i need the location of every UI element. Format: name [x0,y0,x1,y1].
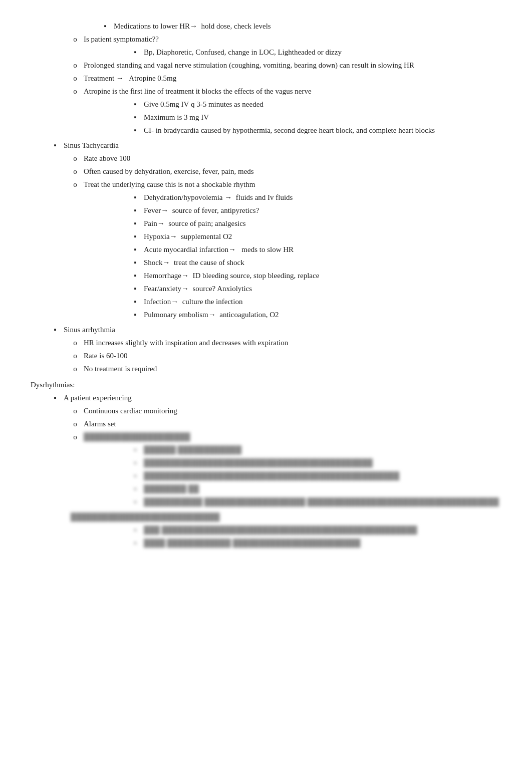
list-item: ▪ Sinus arrhythmia [31,324,501,336]
blurred-list-item: o ████████████████████ [31,431,501,443]
bullet-icon: ▪ [51,139,60,151]
blurred-sub-header: ████████████████████████████ [31,511,501,523]
list-item: o Is patient symptomatic?? [31,33,501,45]
list-item: ▪ Bp, Diaphoretic, Confused, change in L… [31,46,501,58]
bullet-icon: o [71,72,80,84]
blurred-list-item: ▪ ██████ ████████████ [31,444,501,456]
list-item: ▪ Fever→ source of fever, antipyretics? [31,204,501,216]
list-item: o Atropine is the first line of treatmen… [31,85,501,97]
list-item: ▪ Shock→ treat the cause of shock [31,256,501,269]
blurred-list-item: ▪ ███ ██████████████████████████████████… [31,524,501,536]
list-item: ▪ Acute myocardial infarction→ meds to s… [31,243,501,255]
bullet-icon: ▪ [101,20,110,32]
blurred-list-item: ▪ ██████████████████████████████████████… [31,457,501,469]
list-item: o Rate above 100 [31,152,501,164]
list-item: ▪ Sinus Tachycardia [31,139,501,151]
list-item: ▪ Medications to lower HR→ hold dose, ch… [31,20,501,32]
bullet-icon: ▪ [131,444,140,456]
bullet-icon: ▪ [131,296,140,308]
bullet-icon: ▪ [131,204,140,216]
bullet-icon: ▪ [131,457,140,469]
blurred-list-item: ▪ ████████ ██ [31,483,501,495]
bullet-icon: o [71,178,80,190]
bullet-icon: ▪ [131,111,140,123]
no-treatment-item: o No treatment is required [31,363,501,375]
list-item: ▪ Give 0.5mg IV q 3-5 minutes as needed [31,98,501,110]
bullet-icon: ▪ [131,483,140,495]
bullet-icon: o [71,59,80,71]
bullet-icon: ▪ [51,324,60,336]
bullet-icon: ▪ [131,470,140,482]
bullet-icon: ▪ [131,524,140,536]
bullet-icon: ▪ [131,191,140,203]
bullet-icon: ▪ [51,392,60,404]
list-item: ▪ Fear/anxiety→ source? Anxiolytics [31,283,501,295]
list-item: o Treatment → Atropine 0.5mg [31,72,501,84]
bullet-icon: ▪ [131,124,140,136]
list-item: ▪ CI- in bradycardia caused by hypotherm… [31,124,501,136]
bullet-icon: o [71,85,80,97]
list-item: o Alarms set [31,418,501,430]
list-item: ▪ Dehydration/hypovolemia → fluids and I… [31,191,501,203]
blurred-list-item: ▪ ███████████ ███████████████████ ██████… [31,496,501,508]
list-item: o Rate is 60-100 [31,350,501,362]
bullet-icon: o [71,405,80,417]
bullet-icon: o [71,165,80,177]
list-item: ▪ Infection→ culture the infection [31,296,501,308]
bullet-icon: o [71,363,80,375]
bullet-icon: ▪ [131,230,140,242]
bullet-icon: ▪ [131,496,140,508]
bullet-icon: o [71,33,80,45]
bullet-icon: ▪ [131,309,140,321]
bullet-icon: ▪ [131,98,140,110]
no-treatment-text: No treatment is required [84,363,501,375]
bullet-icon: o [71,418,80,430]
list-item: ▪ Pain→ source of pain; analgesics [31,217,501,229]
bullet-icon: o [71,152,80,164]
list-item: ▪ Hypoxia→ supplemental O2 [31,230,501,242]
list-item: o Treat the underlying cause this is not… [31,178,501,190]
list-item: ▪ Hemorrhage→ ID bleeding source, stop b… [31,270,501,282]
blurred-list-item: ▪ ████ ████████████ ████████████████████… [31,537,501,549]
list-item: o Often caused by dehydration, exercise,… [31,165,501,177]
list-item: o Continuous cardiac monitoring [31,405,501,417]
blurred-list-item: ▪ ██████████████████████████████████████… [31,470,501,482]
bullet-icon: o [71,431,80,443]
bullet-icon: ▪ [131,283,140,295]
list-item: o Prolonged standing and vagal nerve sti… [31,59,501,71]
main-content: ▪ Medications to lower HR→ hold dose, ch… [31,20,501,549]
list-item: ▪ Maximum is 3 mg IV [31,111,501,123]
list-item: ▪ Pulmonary embolism→ anticoagulation, O… [31,309,501,321]
section-header-dysrhythmias: Dysrhythmias: [31,379,501,391]
list-item: ▪ A patient experiencing [31,392,501,404]
bullet-icon: ▪ [131,537,140,549]
bullet-icon: o [71,350,80,362]
bullet-icon: o [71,337,80,349]
list-item: o HR increases slightly with inspiration… [31,337,501,349]
bullet-icon: ▪ [131,256,140,269]
bullet-icon: ▪ [131,46,140,58]
bullet-icon: ▪ [131,243,140,255]
bullet-icon: ▪ [131,217,140,229]
bullet-icon: ▪ [131,270,140,282]
